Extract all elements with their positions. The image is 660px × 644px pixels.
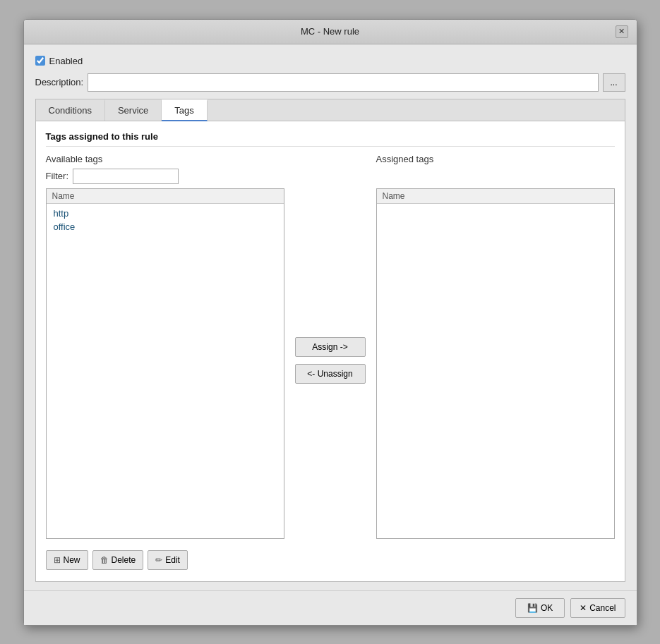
cancel-button[interactable]: ✕ Cancel [570, 598, 625, 618]
middle-buttons: Assign -> <- Unassign [292, 154, 369, 539]
cancel-icon: ✕ [580, 603, 587, 613]
assigned-tags-column: Assigned tags Name [376, 154, 615, 539]
ok-icon: 💾 [527, 603, 538, 613]
available-tags-column: Available tags Filter: Name http office [46, 154, 284, 539]
cancel-label: Cancel [589, 603, 616, 613]
edit-button[interactable]: ✏ Edit [148, 550, 188, 570]
bottom-buttons: ⊞ New 🗑 Delete ✏ Edit [46, 546, 615, 571]
description-row: Description: ... [35, 73, 625, 92]
enabled-checkbox[interactable] [35, 56, 45, 66]
edit-label: Edit [165, 555, 180, 565]
assigned-tags-header: Name [377, 189, 614, 204]
tab-tags[interactable]: Tags [162, 99, 207, 121]
new-icon: ⊞ [54, 555, 61, 565]
filter-label: Filter: [46, 171, 69, 181]
tab-service[interactable]: Service [105, 99, 162, 121]
tab-bar: Conditions Service Tags [36, 99, 625, 121]
close-button[interactable]: ✕ [616, 25, 628, 38]
dialog-footer: 💾 OK ✕ Cancel [24, 590, 637, 625]
description-input[interactable] [88, 73, 598, 92]
assign-button[interactable]: Assign -> [295, 337, 366, 357]
dialog: MC - New rule ✕ Enabled Description: ...… [23, 19, 637, 626]
unassign-button[interactable]: <- Unassign [295, 364, 366, 384]
ok-button[interactable]: 💾 OK [515, 598, 565, 618]
new-button[interactable]: ⊞ New [46, 550, 88, 570]
filter-row: Filter: [46, 169, 284, 184]
tab-conditions[interactable]: Conditions [36, 99, 105, 121]
assigned-tags-items [377, 204, 614, 209]
ok-label: OK [541, 603, 553, 613]
available-tags-label: Available tags [46, 154, 284, 164]
enabled-row: Enabled [35, 56, 625, 66]
tags-layout: Available tags Filter: Name http office [46, 154, 615, 539]
description-browse-button[interactable]: ... [603, 73, 625, 92]
assigned-tags-list: Name [376, 188, 615, 539]
delete-label: Delete [112, 555, 136, 565]
available-tags-header: Name [47, 189, 284, 204]
enabled-label: Enabled [49, 56, 83, 66]
list-item[interactable]: http [47, 207, 284, 220]
filter-input[interactable] [73, 169, 179, 184]
section-title: Tags assigned to this rule [46, 131, 615, 147]
available-tags-items: http office [47, 204, 284, 236]
available-tags-list: Name http office [46, 188, 284, 539]
edit-icon: ✏ [155, 555, 162, 565]
title-bar: MC - New rule ✕ [24, 20, 637, 44]
dialog-title: MC - New rule [45, 26, 616, 37]
new-label: New [64, 555, 80, 565]
tab-tags-content: Tags assigned to this rule Available tag… [36, 121, 625, 581]
tab-container: Conditions Service Tags Tags assigned to… [35, 99, 625, 582]
delete-icon: 🗑 [100, 555, 109, 565]
delete-button[interactable]: 🗑 Delete [92, 550, 144, 570]
list-item[interactable]: office [47, 220, 284, 233]
description-label: Description: [35, 77, 84, 87]
assigned-tags-label: Assigned tags [376, 154, 615, 164]
dialog-body: Enabled Description: ... Conditions Serv… [24, 44, 637, 590]
